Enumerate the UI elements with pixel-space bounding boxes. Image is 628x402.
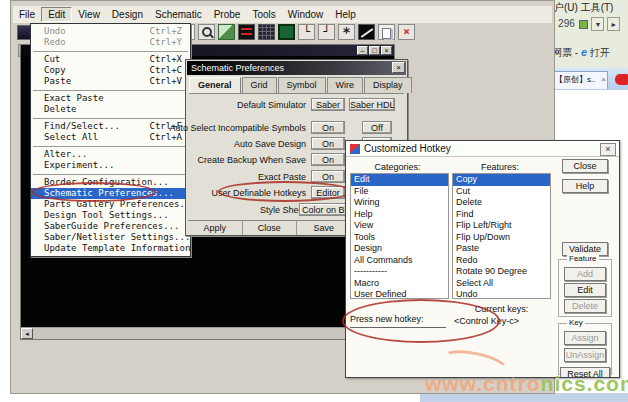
feature-item[interactable]: Copy — [453, 174, 550, 186]
close-icon[interactable]: × — [392, 62, 405, 73]
edit-menu-item[interactable]: Exact Paste — [31, 93, 190, 104]
category-item[interactable]: Help — [351, 209, 448, 221]
edit-menu-item[interactable]: Saber/Netlister Settings... — [31, 232, 190, 243]
menu-bar-item[interactable]: Help — [329, 8, 362, 21]
feature-item[interactable]: Flip Up/Down — [453, 232, 550, 244]
category-item[interactable]: Macro — [351, 278, 448, 290]
category-item[interactable]: View — [351, 220, 448, 232]
delete-tool-icon[interactable]: × — [398, 24, 415, 40]
edit-menu-item[interactable]: Experiment... — [31, 160, 190, 171]
maximize-icon[interactable]: □ — [369, 46, 380, 55]
address-dropdown-button[interactable]: ▼ — [591, 17, 604, 31]
menu-bar-item[interactable]: View — [72, 8, 106, 21]
menu-bar-item[interactable]: Window — [282, 8, 330, 21]
browser-menu-text[interactable]: 户(U) 工具(T) — [554, 1, 613, 15]
feature-item[interactable]: Find — [453, 209, 550, 221]
canvas-icon[interactable] — [278, 24, 295, 40]
zoom-icon[interactable] — [198, 24, 215, 40]
on-button[interactable]: On — [311, 170, 345, 183]
edit-menu-item[interactable]: Find/Select... Ctrl+F — [31, 121, 190, 132]
close-icon[interactable]: × — [381, 46, 392, 55]
features-list[interactable]: CopyCutDeleteFindFlip Left/RightFlip Up/… — [452, 173, 551, 299]
tab-close-icon[interactable]: × — [601, 72, 606, 88]
saber-button[interactable]: Saber — [311, 98, 345, 111]
browser-address-bar[interactable]: - 296 ▼ ► — [552, 17, 620, 37]
menu-bar-item[interactable]: Schematic — [149, 8, 208, 21]
preferences-tab[interactable]: Symbol — [278, 77, 326, 93]
preferences-tab[interactable]: Grid — [242, 77, 277, 93]
wire-corner-up-icon[interactable]: └ — [298, 24, 315, 40]
saber-hdl-button[interactable]: Saber HDL — [349, 98, 395, 111]
feature-item[interactable]: Paste — [453, 243, 550, 255]
horizontal-scrollbar[interactable]: ◄ ► — [21, 327, 394, 339]
on-button[interactable]: On — [311, 121, 345, 134]
menu-bar-item[interactable]: File — [13, 8, 41, 21]
menu-bar-item[interactable]: Probe — [208, 8, 247, 21]
feature-item[interactable]: Redo — [453, 255, 550, 267]
delete-button[interactable]: Delete — [564, 299, 606, 313]
edit-menu-item[interactable]: Paste Ctrl+V — [31, 76, 190, 87]
scroll-left-icon[interactable]: ◄ — [21, 328, 33, 339]
sheets-icon[interactable] — [218, 24, 235, 40]
unassign-button[interactable]: UnAssign — [564, 348, 606, 362]
category-item[interactable]: User Defined — [351, 289, 448, 299]
pref-row-auto-select: Auto Select Incompatible Symbols On Off — [186, 121, 407, 134]
address-go-button[interactable]: ► — [607, 17, 620, 31]
edit-button[interactable]: Edit — [564, 283, 606, 297]
edit-menu-item[interactable]: SaberGuide Preferences... — [31, 221, 190, 232]
edit-menu-item[interactable]: Undo Ctrl+Z — [31, 26, 190, 37]
footer-button[interactable]: Close — [243, 221, 298, 235]
off-button[interactable]: Off — [362, 121, 392, 134]
edit-menu-item[interactable]: Copy Ctrl+C — [31, 65, 190, 76]
clipboard-icon[interactable] — [378, 24, 395, 40]
menu-bar-item[interactable]: Design — [106, 8, 149, 21]
menu-bar-item[interactable]: Edit — [41, 7, 72, 22]
minimize-icon[interactable]: – — [357, 46, 368, 55]
close-icon[interactable]: × — [600, 143, 616, 156]
menu-item-label: Undo — [44, 26, 66, 36]
feature-item[interactable]: Undo — [453, 289, 550, 299]
category-item[interactable]: Design — [351, 243, 448, 255]
browser-tab[interactable]: 【原创】s.. × — [552, 71, 608, 89]
preferences-tab[interactable]: Wire — [327, 77, 364, 93]
gear-icon[interactable]: * — [338, 24, 355, 40]
edit-menu-item[interactable]: Update Template Information... — [31, 243, 190, 254]
menu-item-label: Redo — [44, 37, 66, 47]
categories-list[interactable]: EditFileWiringHelpViewToolsDesignAll Com… — [350, 173, 449, 299]
browser-toolbar[interactable]: 网票 - e 打开 — [552, 46, 610, 60]
category-item[interactable]: Tools — [351, 232, 448, 244]
category-item[interactable]: All Commands — [351, 255, 448, 267]
preferences-tabs: GeneralGridSymbolWireDisplay — [189, 77, 404, 94]
category-item[interactable]: Edit — [351, 174, 448, 186]
grid-icon[interactable] — [258, 24, 275, 40]
help-button[interactable]: Help — [562, 179, 608, 193]
preferences-tab[interactable]: Display — [364, 77, 412, 93]
preferences-tab[interactable]: General — [189, 77, 241, 93]
on-button[interactable]: On — [311, 153, 345, 166]
edit-menu-item[interactable]: Redo Ctrl+Y — [31, 37, 190, 48]
edit-menu-item[interactable]: Design Tool Settings... — [31, 210, 190, 221]
pen-icon[interactable] — [358, 24, 375, 40]
add-button[interactable]: Add — [564, 267, 606, 281]
footer-button[interactable]: Apply — [188, 221, 243, 235]
waveform-icon[interactable] — [238, 24, 255, 40]
menu-bar-item[interactable]: Tools — [246, 8, 281, 21]
feature-item[interactable]: Flip Left/Right — [453, 220, 550, 232]
feature-item[interactable]: Cut — [453, 186, 550, 198]
edit-menu-item[interactable]: Select All Ctrl+A — [31, 132, 190, 143]
category-item[interactable]: ----------- — [351, 266, 448, 278]
on-button[interactable]: On — [311, 137, 345, 150]
edit-menu-item[interactable]: Delete — [31, 104, 190, 115]
category-item[interactable]: Wiring — [351, 197, 448, 209]
footer-button[interactable]: Save — [297, 221, 352, 235]
edit-menu-item[interactable]: Cut Ctrl+X — [31, 54, 190, 65]
feature-item[interactable]: Rotate 90 Degree — [453, 266, 550, 278]
edit-menu-item[interactable]: Alter... — [31, 149, 190, 160]
assign-button[interactable]: Assign — [564, 331, 606, 345]
feature-item[interactable]: Delete — [453, 197, 550, 209]
wire-corner-down-icon[interactable]: ┘ — [318, 24, 335, 40]
browser-address-text: - 296 — [552, 18, 575, 29]
category-item[interactable]: File — [351, 186, 448, 198]
close-button[interactable]: Close — [562, 159, 608, 173]
feature-item[interactable]: Select All — [453, 278, 550, 290]
